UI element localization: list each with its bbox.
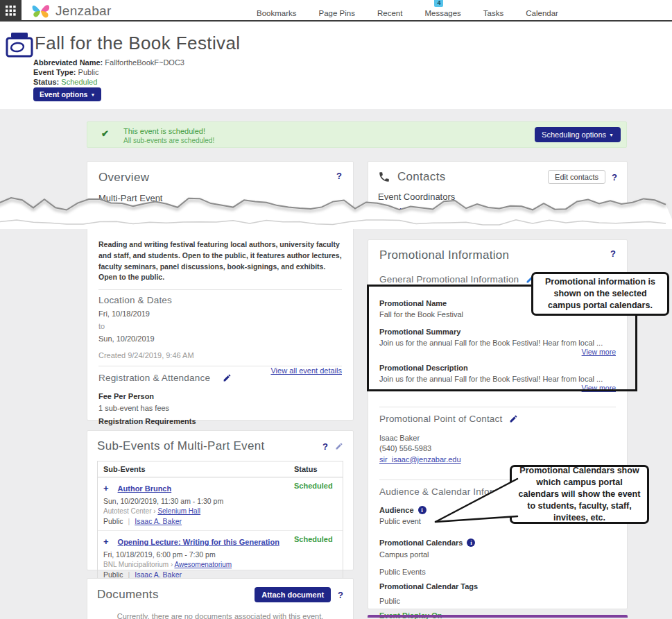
contacts-title: Contacts (397, 170, 446, 184)
coordinator-link[interactable]: Isaac A. Baker (378, 207, 427, 215)
sub-event-venue: Autotest Center › Selenium Hall (103, 507, 337, 515)
promo-title: Promotional Information (379, 248, 509, 262)
documents-card: Documents Attach document ? Currently, t… (87, 578, 354, 619)
abbreviated-name: Abbreviated Name: FallfortheBookF~DOC3 (33, 58, 184, 67)
poc-email-link[interactable]: sir_isaac@jenzabar.edu (379, 455, 461, 464)
help-icon[interactable]: ? (322, 441, 328, 452)
contact-link[interactable]: Isaac A. Baker (135, 517, 182, 525)
sub-events-card: Sub-Events of Multi-Part Event ? Sub-Eve… (87, 430, 354, 570)
info-icon[interactable]: i (467, 539, 475, 547)
event-type: Event Type: Public (33, 68, 99, 76)
calendar-tags-value: Public (379, 597, 616, 605)
divider (379, 407, 616, 407)
jenzabar-logo[interactable]: Jenzabar (31, 1, 112, 20)
annotation-callout-promo-info: Promotional information is shown on the … (531, 272, 669, 316)
page: Jenzabar Bookmarks Page Pins Recent 4 Me… (0, 0, 672, 619)
table-header-row: Sub-Events Status (98, 461, 343, 477)
event-options-button[interactable]: Event options▼ (33, 87, 101, 101)
help-icon[interactable]: ? (612, 172, 617, 183)
page-title: Fall for the Book Festival (35, 33, 241, 54)
fee-label: Fee Per Person (98, 392, 342, 400)
sub-event-link[interactable]: Author Brunch (118, 484, 172, 493)
column-status: Status (294, 465, 337, 473)
calendar-tags-label: Promotional Calendar Tags (379, 582, 616, 591)
banner-subtitle: All sub-events are scheduled! (123, 137, 214, 144)
event-header: Fall for the Book Festival Abbreviated N… (0, 23, 672, 109)
promo-summary-label: Promotional Summary (379, 328, 616, 336)
contacts-card: Contacts Edit contacts ? Event Coordinat… (368, 161, 628, 222)
status-badge: Scheduled (294, 482, 337, 490)
date-end: Sun, 10/20/2019 (98, 334, 342, 343)
caret-down-icon: ▼ (90, 92, 95, 97)
phone-icon (378, 171, 390, 183)
date-to: to (98, 322, 342, 330)
room-link[interactable]: Selenium Hall (157, 507, 200, 515)
attach-document-button[interactable]: Attach document (255, 587, 331, 602)
requirements-label: Registration Requirements (98, 417, 342, 425)
edit-pencil-icon[interactable] (335, 442, 343, 450)
view-more-link[interactable]: View more (582, 348, 616, 356)
expand-plus-icon[interactable]: + (103, 483, 109, 493)
event-status: Status: Scheduled (33, 78, 97, 86)
nav-recent[interactable]: Recent (377, 9, 402, 17)
registration-heading: Registration & Attendance (98, 373, 210, 383)
sub-events-title: Sub-Events of Multi-Part Event (97, 439, 264, 453)
help-icon[interactable]: ? (336, 171, 342, 181)
app-grid-button[interactable] (0, 0, 21, 22)
sub-event-venue: BNL Municipalitorium › Awesomenatorium (103, 561, 337, 568)
info-icon[interactable]: i (418, 506, 427, 514)
butterfly-icon (31, 1, 51, 20)
poc-phone: (540) 556-5983 (379, 444, 616, 452)
status-badge: Scheduled (294, 535, 337, 543)
nav-messages[interactable]: 4 Messages (424, 9, 460, 17)
room-link[interactable]: Awesomenatorium (174, 561, 232, 568)
next-card-top-border (368, 615, 628, 618)
view-more-link[interactable]: View more (582, 384, 616, 392)
scheduled-banner: ✔ This event is scheduled! All sub-event… (87, 121, 627, 148)
status-badge: Scheduled (61, 78, 97, 86)
overview-title: Overview (98, 171, 149, 185)
scheduling-options-button[interactable]: Scheduling options▼ (535, 127, 621, 142)
edit-contacts-button[interactable]: Edit contacts (548, 170, 605, 184)
caret-down-icon: ▼ (609, 133, 614, 137)
nav-bookmarks[interactable]: Bookmarks (257, 9, 297, 17)
divider (98, 289, 342, 290)
fee-value: 1 sub-event has fees (98, 404, 342, 412)
nav-items: Bookmarks Page Pins Recent 4 Messages Ta… (257, 0, 558, 22)
promo-poc-heading: Promotional Point of Contact (379, 414, 616, 424)
nav-messages-label: Messages (424, 9, 460, 17)
edit-pencil-icon[interactable] (509, 414, 518, 423)
nav-calendar[interactable]: Calendar (526, 9, 558, 17)
chevron-separator: › (171, 561, 173, 568)
table-row: +Author Brunch Scheduled Sun, 10/20/2019… (98, 477, 343, 530)
promo-calendars-value-2: Public Events (379, 568, 616, 576)
column-sub-events: Sub-Events (103, 465, 294, 473)
banner-title: This event is scheduled! (123, 127, 205, 135)
table-row: +Opening Lecture: Writing for this Gener… (98, 530, 343, 584)
event-kind: Multi-Part Event (98, 193, 342, 203)
annotation-callout-promo-calendars: Promotional Calendars show which campus … (510, 465, 649, 524)
overview-card: Overview ? Multi-Part Event Reading and … (87, 161, 354, 421)
sub-event-visibility: Public|Isaac A. Baker (103, 517, 337, 525)
sub-event-link[interactable]: Opening Lecture: Writing for this Genera… (118, 538, 279, 546)
promo-description-label: Promotional Description (379, 364, 616, 372)
nav-tasks[interactable]: Tasks (483, 9, 503, 17)
poc-name: Isaac Baker (379, 434, 616, 442)
event-description: Reading and writing festival featuring l… (98, 239, 342, 283)
help-icon[interactable]: ? (610, 248, 616, 259)
expand-plus-icon[interactable]: + (103, 536, 109, 547)
created-timestamp: Created 9/24/2019, 9:46 AM (98, 351, 342, 359)
location-dates-heading: Location & Dates (98, 295, 342, 305)
date-start: Fri, 10/18/2019 (98, 310, 342, 318)
documents-title: Documents (97, 588, 159, 602)
divider: | (128, 517, 130, 525)
nav-page-pins[interactable]: Page Pins (319, 9, 355, 17)
coordinators-label: Event Coordinators (378, 192, 617, 202)
promo-description-value: Join us for the annual Fall for the Book… (379, 375, 616, 383)
top-navbar: Jenzabar Bookmarks Page Pins Recent 4 Me… (0, 0, 672, 22)
help-icon[interactable]: ? (338, 590, 343, 600)
view-all-event-details-link[interactable]: View all event details (270, 366, 342, 375)
sub-event-datetime: Sun, 10/20/2019, 11:30 am - 1:30 pm (103, 497, 337, 505)
check-icon: ✔ (101, 128, 109, 139)
edit-pencil-icon[interactable] (223, 373, 232, 382)
